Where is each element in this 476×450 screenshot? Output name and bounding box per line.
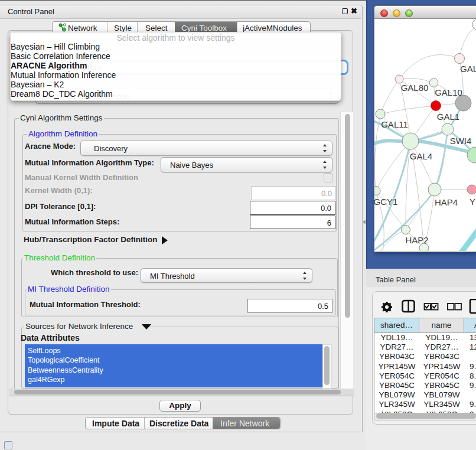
svg-text:GCY1: GCY1 xyxy=(374,197,397,207)
svg-text:SWI4: SWI4 xyxy=(450,136,472,146)
svg-text:YM: YM xyxy=(470,197,476,207)
svg-text:GAL2: GAL2 xyxy=(460,64,476,74)
svg-text:GAL80: GAL80 xyxy=(401,83,429,93)
svg-text:HAP2: HAP2 xyxy=(405,235,428,245)
svg-text:GAL10: GAL10 xyxy=(435,87,462,97)
svg-text:GAL4: GAL4 xyxy=(410,151,432,161)
svg-text:HAP4: HAP4 xyxy=(435,197,458,207)
svg-text:GAL11: GAL11 xyxy=(381,119,408,129)
svg-text:GAL1: GAL1 xyxy=(437,112,459,122)
